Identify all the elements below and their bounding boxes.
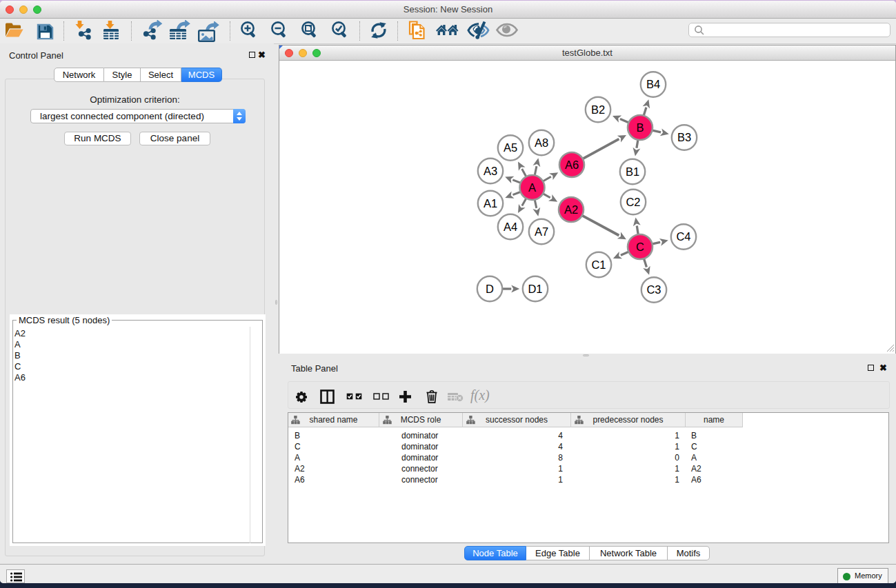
svg-text:A5: A5 [504,141,517,154]
svg-text:A2: A2 [564,203,578,216]
svg-text:B1: B1 [626,165,639,178]
svg-text:C4: C4 [676,230,690,243]
svg-text:C2: C2 [626,196,640,208]
svg-text:B: B [636,121,644,134]
svg-text:C3: C3 [646,283,661,296]
svg-text:A3: A3 [484,165,497,177]
svg-text:B3: B3 [677,131,691,143]
svg-text:C: C [636,241,644,253]
svg-text:B2: B2 [591,103,605,116]
svg-text:A6: A6 [565,159,579,171]
svg-text:A4: A4 [504,221,517,233]
svg-text:B4: B4 [646,78,660,90]
svg-text:D1: D1 [528,283,542,295]
svg-text:C1: C1 [591,258,606,271]
svg-text:D: D [486,283,494,295]
svg-text:A: A [528,181,536,194]
svg-text:A8: A8 [535,136,548,149]
svg-text:A7: A7 [535,225,548,238]
svg-text:A1: A1 [484,197,497,210]
